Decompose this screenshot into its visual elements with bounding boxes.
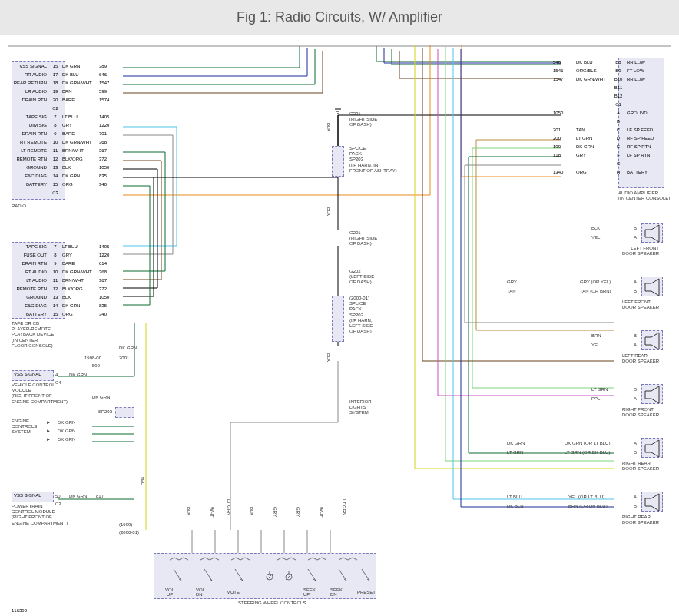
sw-seekdn: SEEK DN [330,588,343,597]
amp-caption: AUDIO AMPLIFIER (IN CENTER CONSOLE) [618,190,670,201]
dkgrn-v1: DK GRN [92,395,110,399]
sw-gry2: GRY [296,507,300,517]
g201b-label: G201 (RIGHT SIDE OF DASH) [349,230,377,247]
engine-caption: ENGINE CONTROLS SYSTEM [12,419,37,436]
vss2-box: VSS SIGNAL [12,492,54,502]
pin-row: VSS SIGNAL15DK GRN389 [12,61,121,70]
blk-label-3: BLK [326,353,331,362]
vss1-pin: 4 [55,373,58,377]
splice1-box [332,146,344,177]
vss2-caption: POWERTRAIN CONTROL MODULE (RIGHT FRONT O… [12,504,68,526]
sw-gry: GRY [273,507,277,517]
sw-volup: VOL UP [165,588,174,597]
radio-pinlist: VSS SIGNAL15DK GRN389 RR AUDIO17DK BLU64… [12,61,121,197]
steering-internals [154,554,377,600]
sw-wht2: WHT [319,507,323,518]
sw-wht: WHT [210,507,214,518]
wire-599: 599 [92,363,100,368]
page: Fig 1: Radio Circuits, W/ Amplifier [0,0,679,616]
eng-c3: DK GRN [58,437,75,442]
vss1-caption: VEHICLE CONTROL MODULE (RIGHT FRONT OF E… [12,383,68,405]
dkgrn-left: DK GRN [119,346,137,350]
blk-label-2: BLK [326,207,331,216]
eng-c2: DK GRN [58,429,75,433]
year-1998: 1998-00 [84,356,101,360]
sw-ltgrn: LT GRN [227,499,231,515]
sp203-box [115,407,134,418]
yel-v: YEL [141,476,145,485]
eng-c1: DK GRN [58,420,75,425]
splice2-box [332,296,344,342]
diagram-title: Fig 1: Radio Circuits, W/ Amplifier [0,0,679,35]
amp-pinlist-upper: 546DK BLUB8RR LOW 1546ORG/BLKB9FT LOW 15… [553,58,662,176]
sw-blk: BLK [187,507,191,515]
sw-seekup: SEEK UP [303,588,316,597]
sw-preset: PRESET [357,590,376,594]
vss2-pin: 50 [55,494,61,498]
blk-label-1: BLK [326,123,331,131]
vss1-box: VSS SIGNAL [12,370,54,381]
year-2000: (2000-01) [119,530,139,535]
vss1-color: DK GRN [69,373,87,377]
g202-label: G202 (LEFT SIDE OF DASH) [349,269,374,286]
sw-voldn: VOL DN [196,588,205,597]
steering-block [154,553,376,599]
vss2-code: 817 [96,494,104,498]
tapecd-caption: TAPE OR CD PLAYER-REMOTE PLAYBACK DEVICE… [12,321,54,349]
splice1-caption: SPLICE PACK SP203 (I/P HARN, IN FRONT OF… [349,146,397,174]
sw-ltgrn2: LT GRN [342,499,346,515]
radio-caption: RADIO [12,204,26,209]
g201-label: G201 (RIGHT SIDE OF DASH) [349,111,377,128]
splice2-caption: (2000-01) SPLICE PACK SP202 (I/P HARN, L… [349,296,373,334]
footer-number: 116390 [12,608,27,613]
interior-caption: INTERIOR LIGHTS SYSTEM [349,399,372,416]
wiring-diagram: VSS SIGNAL15DK GRN389 RR AUDIO17DK BLU64… [0,38,679,616]
tapecd-pinlist: TAPE SIG7LT BLU1405 FUSE OUT8GRY1220 DRA… [12,242,121,318]
speaker-icon [641,223,663,243]
year-2001: 2001 [119,356,129,360]
sw-mute: MUTE [227,590,240,594]
year-1999: (1999) [119,522,132,527]
vss2-color: DK GRN [69,494,87,498]
steering-caption: STEERING WHEEL CONTROLS [238,601,306,606]
sw-blk2: BLK [250,507,254,515]
sp203-label: SP203 [98,409,112,414]
